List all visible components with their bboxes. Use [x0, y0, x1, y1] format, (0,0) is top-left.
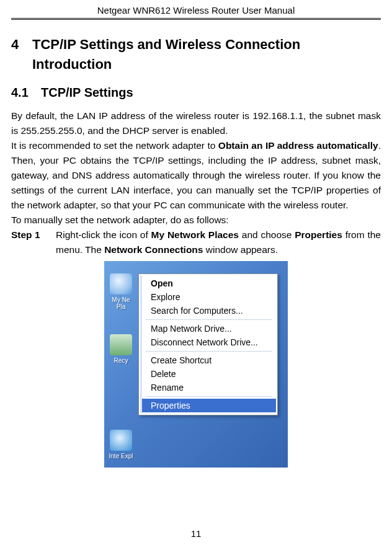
page-number: 11 — [11, 521, 381, 550]
menu-item-explore[interactable]: Explore — [142, 290, 276, 304]
desktop-icon-my-network-places[interactable]: My Ne Pla — [108, 273, 134, 310]
doc-header: Netgear WNR612 Wireless Router User Manu… — [11, 5, 381, 20]
menu-item-rename[interactable]: Rename — [142, 381, 276, 394]
recycle-bin-icon — [110, 334, 132, 355]
step-body: Right-click the icon of My Network Place… — [56, 228, 381, 257]
text-frag: Right-click the icon of — [56, 229, 151, 240]
bold-network-connections: Network Connections — [104, 244, 203, 255]
text-frag: and choose — [239, 229, 295, 240]
desktop-icon-recycle-bin[interactable]: Recy — [108, 334, 134, 364]
icon-label: My Ne Pla — [108, 296, 134, 310]
menu-separator — [146, 396, 272, 397]
menu-item-properties[interactable]: Properties — [142, 399, 276, 412]
globe-icon — [110, 273, 132, 295]
icon-label: Recy — [108, 357, 134, 364]
bold-properties: Properties — [295, 229, 342, 240]
subsection-heading: 4.1 TCP/IP Settings — [11, 86, 381, 100]
section-title: TCP/IP Settings and Wireless Connection … — [32, 35, 381, 74]
menu-item-create-shortcut[interactable]: Create Shortcut — [142, 353, 276, 367]
menu-item-search-computers[interactable]: Search for Computers... — [142, 304, 276, 317]
windows-desktop: My Ne Pla Recy Inte Expl Open Explore Se… — [104, 261, 288, 468]
menu-separator — [146, 319, 272, 320]
step-1: Step 1 Right-click the icon of My Networ… — [11, 228, 381, 257]
subsection-number: 4.1 — [11, 86, 41, 100]
paragraph-recommendation: It is recommended to set the network ada… — [11, 138, 381, 213]
bold-obtain-ip: Obtain an IP address automatically — [218, 140, 378, 151]
menu-item-delete[interactable]: Delete — [142, 367, 276, 381]
embedded-screenshot: My Ne Pla Recy Inte Expl Open Explore Se… — [11, 261, 381, 468]
paragraph-default-lan: By default, the LAN IP address of the wi… — [11, 109, 381, 138]
section-heading: 4 TCP/IP Settings and Wireless Connectio… — [11, 35, 381, 74]
section-number: 4 — [11, 35, 32, 74]
menu-item-open[interactable]: Open — [142, 277, 276, 290]
menu-item-disconnect-drive[interactable]: Disconnect Network Drive... — [142, 335, 276, 349]
paragraph-manual-intro: To manually set the network adapter, do … — [11, 213, 381, 228]
text-frag: It is recommended to set the network ada… — [11, 140, 218, 151]
menu-separator — [146, 351, 272, 352]
subsection-title: TCP/IP Settings — [41, 86, 133, 100]
icon-label: Inte Expl — [108, 453, 134, 459]
ie-icon — [110, 430, 132, 451]
menu-item-map-drive[interactable]: Map Network Drive... — [142, 322, 276, 335]
step-label: Step 1 — [11, 228, 56, 257]
bold-my-network-places: My Network Places — [151, 229, 239, 240]
context-menu: Open Explore Search for Computers... Map… — [138, 273, 278, 415]
text-frag: window appears. — [203, 244, 278, 255]
desktop-icon-internet-explorer[interactable]: Inte Expl — [108, 430, 134, 459]
